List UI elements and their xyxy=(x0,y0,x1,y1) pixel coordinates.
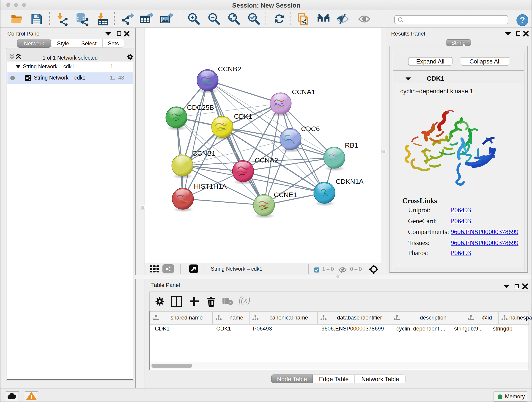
svg-text:RB1: RB1 xyxy=(345,141,358,149)
svg-text:CDKN1A: CDKN1A xyxy=(336,178,364,185)
svg-text:CCNB1: CCNB1 xyxy=(192,149,215,157)
svg-text:CCNA2: CCNA2 xyxy=(255,156,278,164)
svg-text:CDK1: CDK1 xyxy=(234,113,252,120)
svg-text:?: ? xyxy=(520,15,525,25)
svg-text:CCNA1: CCNA1 xyxy=(292,88,315,96)
svg-text:CDC25B: CDC25B xyxy=(187,104,214,111)
svg-text:CCNB2: CCNB2 xyxy=(218,65,241,73)
svg-text:CCNE1: CCNE1 xyxy=(274,191,297,198)
svg-text:CDC6: CDC6 xyxy=(301,125,320,133)
svg-text:HIST1H1A: HIST1H1A xyxy=(194,182,227,190)
